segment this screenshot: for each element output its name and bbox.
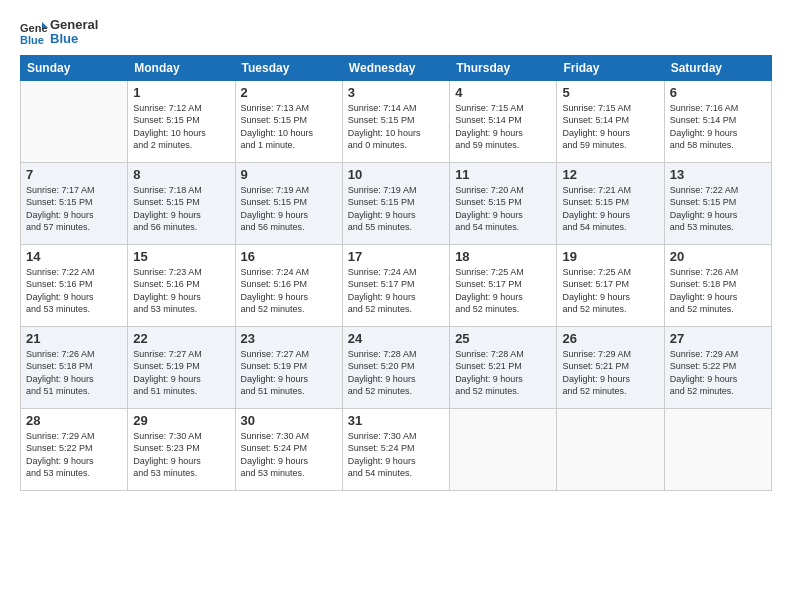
header: General Blue General Blue (20, 18, 772, 47)
day-cell: 29Sunrise: 7:30 AMSunset: 5:23 PMDayligh… (128, 408, 235, 490)
day-info: Sunrise: 7:14 AMSunset: 5:15 PMDaylight:… (348, 102, 444, 152)
day-number: 25 (455, 331, 551, 346)
week-row-5: 28Sunrise: 7:29 AMSunset: 5:22 PMDayligh… (21, 408, 772, 490)
day-number: 15 (133, 249, 229, 264)
day-info: Sunrise: 7:17 AMSunset: 5:15 PMDaylight:… (26, 184, 122, 234)
header-cell-tuesday: Tuesday (235, 55, 342, 80)
calendar-page: General Blue General Blue SundayMondayTu… (0, 0, 792, 612)
day-number: 5 (562, 85, 658, 100)
week-row-4: 21Sunrise: 7:26 AMSunset: 5:18 PMDayligh… (21, 326, 772, 408)
header-cell-wednesday: Wednesday (342, 55, 449, 80)
logo: General Blue General Blue (20, 18, 98, 47)
header-cell-sunday: Sunday (21, 55, 128, 80)
day-number: 4 (455, 85, 551, 100)
day-number: 9 (241, 167, 337, 182)
day-cell: 24Sunrise: 7:28 AMSunset: 5:20 PMDayligh… (342, 326, 449, 408)
day-number: 14 (26, 249, 122, 264)
day-info: Sunrise: 7:23 AMSunset: 5:16 PMDaylight:… (133, 266, 229, 316)
week-row-3: 14Sunrise: 7:22 AMSunset: 5:16 PMDayligh… (21, 244, 772, 326)
day-cell: 7Sunrise: 7:17 AMSunset: 5:15 PMDaylight… (21, 162, 128, 244)
day-number: 30 (241, 413, 337, 428)
day-info: Sunrise: 7:22 AMSunset: 5:16 PMDaylight:… (26, 266, 122, 316)
day-cell: 30Sunrise: 7:30 AMSunset: 5:24 PMDayligh… (235, 408, 342, 490)
logo-blue: Blue (50, 32, 98, 46)
day-cell: 25Sunrise: 7:28 AMSunset: 5:21 PMDayligh… (450, 326, 557, 408)
day-info: Sunrise: 7:30 AMSunset: 5:24 PMDaylight:… (241, 430, 337, 480)
day-info: Sunrise: 7:22 AMSunset: 5:15 PMDaylight:… (670, 184, 766, 234)
day-info: Sunrise: 7:24 AMSunset: 5:16 PMDaylight:… (241, 266, 337, 316)
day-number: 21 (26, 331, 122, 346)
day-cell: 2Sunrise: 7:13 AMSunset: 5:15 PMDaylight… (235, 80, 342, 162)
svg-text:Blue: Blue (20, 34, 44, 46)
day-info: Sunrise: 7:13 AMSunset: 5:15 PMDaylight:… (241, 102, 337, 152)
header-cell-friday: Friday (557, 55, 664, 80)
day-number: 28 (26, 413, 122, 428)
day-info: Sunrise: 7:24 AMSunset: 5:17 PMDaylight:… (348, 266, 444, 316)
logo-icon: General Blue (20, 18, 48, 46)
day-info: Sunrise: 7:29 AMSunset: 5:22 PMDaylight:… (26, 430, 122, 480)
day-cell: 10Sunrise: 7:19 AMSunset: 5:15 PMDayligh… (342, 162, 449, 244)
day-number: 6 (670, 85, 766, 100)
day-cell: 15Sunrise: 7:23 AMSunset: 5:16 PMDayligh… (128, 244, 235, 326)
day-number: 17 (348, 249, 444, 264)
day-info: Sunrise: 7:15 AMSunset: 5:14 PMDaylight:… (562, 102, 658, 152)
day-info: Sunrise: 7:15 AMSunset: 5:14 PMDaylight:… (455, 102, 551, 152)
day-cell: 18Sunrise: 7:25 AMSunset: 5:17 PMDayligh… (450, 244, 557, 326)
day-cell: 8Sunrise: 7:18 AMSunset: 5:15 PMDaylight… (128, 162, 235, 244)
week-row-1: 1Sunrise: 7:12 AMSunset: 5:15 PMDaylight… (21, 80, 772, 162)
day-info: Sunrise: 7:26 AMSunset: 5:18 PMDaylight:… (670, 266, 766, 316)
day-info: Sunrise: 7:28 AMSunset: 5:21 PMDaylight:… (455, 348, 551, 398)
day-number: 20 (670, 249, 766, 264)
day-info: Sunrise: 7:29 AMSunset: 5:22 PMDaylight:… (670, 348, 766, 398)
day-number: 12 (562, 167, 658, 182)
day-cell: 14Sunrise: 7:22 AMSunset: 5:16 PMDayligh… (21, 244, 128, 326)
day-number: 26 (562, 331, 658, 346)
day-info: Sunrise: 7:20 AMSunset: 5:15 PMDaylight:… (455, 184, 551, 234)
day-cell: 21Sunrise: 7:26 AMSunset: 5:18 PMDayligh… (21, 326, 128, 408)
header-cell-monday: Monday (128, 55, 235, 80)
day-info: Sunrise: 7:27 AMSunset: 5:19 PMDaylight:… (133, 348, 229, 398)
day-cell (557, 408, 664, 490)
day-number: 23 (241, 331, 337, 346)
day-cell: 13Sunrise: 7:22 AMSunset: 5:15 PMDayligh… (664, 162, 771, 244)
day-info: Sunrise: 7:26 AMSunset: 5:18 PMDaylight:… (26, 348, 122, 398)
day-cell: 26Sunrise: 7:29 AMSunset: 5:21 PMDayligh… (557, 326, 664, 408)
day-cell: 28Sunrise: 7:29 AMSunset: 5:22 PMDayligh… (21, 408, 128, 490)
day-cell (450, 408, 557, 490)
day-info: Sunrise: 7:18 AMSunset: 5:15 PMDaylight:… (133, 184, 229, 234)
day-cell: 16Sunrise: 7:24 AMSunset: 5:16 PMDayligh… (235, 244, 342, 326)
day-cell (664, 408, 771, 490)
day-cell: 17Sunrise: 7:24 AMSunset: 5:17 PMDayligh… (342, 244, 449, 326)
day-number: 27 (670, 331, 766, 346)
header-cell-thursday: Thursday (450, 55, 557, 80)
day-number: 11 (455, 167, 551, 182)
day-cell: 6Sunrise: 7:16 AMSunset: 5:14 PMDaylight… (664, 80, 771, 162)
day-number: 24 (348, 331, 444, 346)
day-number: 10 (348, 167, 444, 182)
week-row-2: 7Sunrise: 7:17 AMSunset: 5:15 PMDaylight… (21, 162, 772, 244)
header-cell-saturday: Saturday (664, 55, 771, 80)
day-number: 16 (241, 249, 337, 264)
day-cell: 19Sunrise: 7:25 AMSunset: 5:17 PMDayligh… (557, 244, 664, 326)
day-cell: 31Sunrise: 7:30 AMSunset: 5:24 PMDayligh… (342, 408, 449, 490)
day-info: Sunrise: 7:19 AMSunset: 5:15 PMDaylight:… (241, 184, 337, 234)
day-number: 1 (133, 85, 229, 100)
day-number: 8 (133, 167, 229, 182)
day-number: 19 (562, 249, 658, 264)
day-info: Sunrise: 7:21 AMSunset: 5:15 PMDaylight:… (562, 184, 658, 234)
day-cell: 1Sunrise: 7:12 AMSunset: 5:15 PMDaylight… (128, 80, 235, 162)
day-cell: 11Sunrise: 7:20 AMSunset: 5:15 PMDayligh… (450, 162, 557, 244)
logo-general: General (50, 18, 98, 32)
day-cell: 3Sunrise: 7:14 AMSunset: 5:15 PMDaylight… (342, 80, 449, 162)
day-info: Sunrise: 7:30 AMSunset: 5:23 PMDaylight:… (133, 430, 229, 480)
day-number: 3 (348, 85, 444, 100)
day-number: 29 (133, 413, 229, 428)
day-cell: 22Sunrise: 7:27 AMSunset: 5:19 PMDayligh… (128, 326, 235, 408)
header-row: SundayMondayTuesdayWednesdayThursdayFrid… (21, 55, 772, 80)
day-cell: 12Sunrise: 7:21 AMSunset: 5:15 PMDayligh… (557, 162, 664, 244)
day-cell: 4Sunrise: 7:15 AMSunset: 5:14 PMDaylight… (450, 80, 557, 162)
day-info: Sunrise: 7:25 AMSunset: 5:17 PMDaylight:… (562, 266, 658, 316)
day-info: Sunrise: 7:28 AMSunset: 5:20 PMDaylight:… (348, 348, 444, 398)
day-number: 13 (670, 167, 766, 182)
day-cell: 20Sunrise: 7:26 AMSunset: 5:18 PMDayligh… (664, 244, 771, 326)
